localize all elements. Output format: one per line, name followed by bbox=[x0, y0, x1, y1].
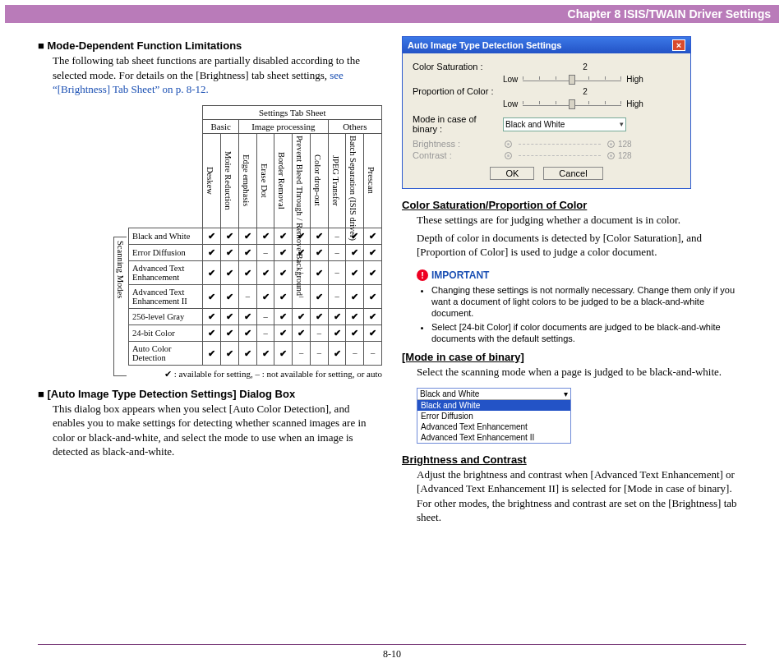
compat-col-header: Batch Separation (ISIS driver) bbox=[346, 133, 364, 228]
compat-cell: ✔ bbox=[274, 244, 293, 260]
compat-row-label: 256-level Gray bbox=[129, 308, 203, 324]
dialog-title: Auto Image Type Detection Settings bbox=[408, 40, 561, 50]
compat-cell: ✔ bbox=[203, 260, 221, 284]
p-brightness-contrast: Adjust the brightness and contrast when … bbox=[417, 467, 746, 525]
compat-row-label: Auto Color Detection bbox=[129, 341, 203, 365]
important-list: Changing these settings is not normally … bbox=[420, 284, 746, 344]
close-icon[interactable]: × bbox=[672, 39, 685, 51]
compat-cell: ✔ bbox=[221, 260, 239, 284]
slider-color-saturation[interactable] bbox=[523, 73, 621, 85]
compat-cell: – bbox=[328, 244, 346, 260]
chapter-header: Chapter 8 ISIS/TWAIN Driver Settings bbox=[5, 5, 779, 23]
p-color-sat-b: Depth of color in documents is detected … bbox=[417, 231, 746, 260]
heading-color-saturation: Color Saturation/Proportion of Color bbox=[402, 199, 746, 211]
compat-col-header: Erase Dot bbox=[256, 133, 274, 228]
compat-cell: ✔ bbox=[256, 284, 274, 308]
compat-cell: ✔ bbox=[328, 341, 346, 365]
compat-row-label: Black and White bbox=[129, 228, 203, 244]
compat-row-label: Advanced Text Enhancement bbox=[129, 260, 203, 284]
chevron-down-icon: ▾ bbox=[620, 120, 624, 128]
compat-cell: – bbox=[346, 341, 364, 365]
compat-cell: ✔ bbox=[221, 228, 239, 244]
compat-col-header: Color drop-out bbox=[310, 133, 328, 228]
compat-cell: ✔ bbox=[346, 284, 364, 308]
label-color-saturation: Color Saturation : bbox=[413, 62, 503, 71]
compat-cell: ✔ bbox=[274, 260, 293, 284]
compat-cell: ✔ bbox=[310, 228, 328, 244]
auto-image-dialog: Auto Image Type Detection Settings × Col… bbox=[402, 36, 691, 189]
alert-icon: ! bbox=[417, 269, 428, 281]
compat-cell: – bbox=[328, 260, 346, 284]
contrast-icon bbox=[505, 152, 512, 159]
compat-col-header: Prevent Bleed Through / Remove Backgroun… bbox=[293, 133, 311, 228]
compat-col-header: Border Removal bbox=[274, 133, 293, 228]
mode-binary-listbox[interactable]: Black and White ▾ Black and WhiteError D… bbox=[417, 388, 571, 444]
compat-row-label: Error Diffusion bbox=[129, 244, 203, 260]
listbox-item[interactable]: Advanced Text Enhancement bbox=[417, 421, 570, 432]
note-item: Select [24-bit Color] if color documents… bbox=[431, 321, 746, 345]
heading-brightness-contrast: Brightness and Contrast bbox=[402, 453, 746, 466]
contrast-icon bbox=[607, 152, 615, 159]
compat-cell: ✔ bbox=[364, 284, 382, 308]
compat-cell: ✔ bbox=[293, 308, 311, 324]
important-badge: ! IMPORTANT bbox=[417, 269, 489, 281]
compat-cell: ✔ bbox=[238, 341, 256, 365]
compat-row-label: Advanced Text Enhancement II bbox=[129, 284, 203, 308]
compat-cell: ✔ bbox=[274, 284, 293, 308]
compat-cell: ✔ bbox=[221, 324, 239, 341]
intro-paragraph: The following tab sheet functions are pa… bbox=[53, 53, 382, 97]
label-proportion: Proportion of Color : bbox=[413, 86, 503, 96]
compat-cell: ✔ bbox=[221, 341, 239, 365]
page-number: 8-10 bbox=[383, 648, 401, 660]
cancel-button[interactable]: Cancel bbox=[543, 167, 602, 180]
listbox-selected: Black and White bbox=[420, 389, 479, 398]
slider-proportion[interactable] bbox=[523, 98, 621, 109]
compat-cell: ✔ bbox=[256, 228, 274, 244]
compat-cell: ✔ bbox=[274, 228, 293, 244]
compat-cell: ✔ bbox=[203, 228, 221, 244]
table-legend: ✔ : available for setting, – : not avail… bbox=[38, 369, 382, 380]
compat-col-header: Moire Reduction bbox=[221, 133, 239, 228]
compat-cell: ✔ bbox=[221, 308, 239, 324]
compat-cell: ✔ bbox=[221, 284, 239, 308]
select-mode-binary[interactable]: Black and White▾ bbox=[503, 117, 626, 131]
compat-cell: – bbox=[256, 244, 274, 260]
compat-cell: ✔ bbox=[328, 308, 346, 324]
compat-table: Settings Tab Sheet Basic Image processin… bbox=[128, 105, 382, 366]
label-mode-binary: Mode in case of binary : bbox=[413, 114, 503, 134]
compat-cell: ✔ bbox=[238, 244, 256, 260]
heading-auto-detect-dialog: [Auto Image Type Detection Settings] Dia… bbox=[38, 388, 382, 400]
p-color-sat-a: These settings are for judging whether a… bbox=[417, 213, 746, 228]
compat-cell: – bbox=[256, 308, 274, 324]
compat-caption: Settings Tab Sheet bbox=[203, 105, 382, 119]
compat-cell: ✔ bbox=[310, 244, 328, 260]
compat-cell: ✔ bbox=[256, 341, 274, 365]
note-item: Changing these settings is not normally … bbox=[431, 284, 746, 320]
compat-cell: – bbox=[364, 341, 382, 365]
compat-cell: ✔ bbox=[238, 228, 256, 244]
compat-cell: ✔ bbox=[346, 244, 364, 260]
listbox-item[interactable]: Error Diffusion bbox=[417, 411, 570, 421]
compat-col-header: Edge emphasis bbox=[238, 133, 256, 228]
compat-cell: – bbox=[238, 284, 256, 308]
compat-cell: – bbox=[328, 228, 346, 244]
compat-cell: ✔ bbox=[203, 341, 221, 365]
compat-cell: ✔ bbox=[203, 284, 221, 308]
auto-detect-paragraph: This dialog box appears when you select … bbox=[53, 402, 382, 459]
sun-icon bbox=[607, 140, 615, 148]
listbox-item[interactable]: Advanced Text Enhancement II bbox=[417, 432, 570, 443]
compat-cell: ✔ bbox=[238, 308, 256, 324]
page-footer: 8-10 bbox=[38, 644, 746, 660]
compat-cell: – bbox=[328, 284, 346, 308]
ok-button[interactable]: OK bbox=[490, 167, 534, 180]
row-group-label: Scanning Modes bbox=[113, 237, 127, 376]
compat-cell: ✔ bbox=[310, 308, 328, 324]
compat-cell: ✔ bbox=[256, 260, 274, 284]
compat-cell: ✔ bbox=[346, 260, 364, 284]
listbox-item[interactable]: Black and White bbox=[417, 400, 570, 411]
label-brightness: Brightness : bbox=[413, 139, 503, 149]
compat-cell: ✔ bbox=[221, 244, 239, 260]
compat-cell: ✔ bbox=[238, 324, 256, 341]
compat-cell: ✔ bbox=[274, 308, 293, 324]
compat-cell: ✔ bbox=[364, 308, 382, 324]
